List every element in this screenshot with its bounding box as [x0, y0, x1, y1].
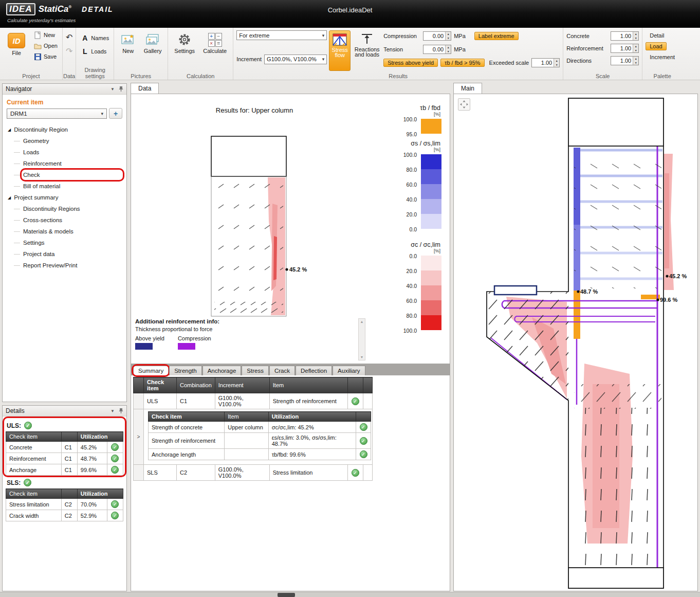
table-row[interactable]: Anchorage length τb/fbd: 99.6% ✓ — [149, 449, 371, 460]
for-extreme-select[interactable]: For extreme ▾ — [236, 30, 327, 40]
current-item-label: Current item — [3, 95, 126, 108]
label-extreme-toggle[interactable]: Label extreme — [474, 32, 519, 40]
nav-item-discontinuity-regions[interactable]: Discontinuity Regions — [3, 203, 126, 214]
nav-item-geometry[interactable]: Geometry — [3, 135, 126, 147]
scale-concrete-input[interactable]: 1.00 ▲▼ — [611, 31, 639, 41]
spinner-up-icon[interactable]: ▲ — [633, 32, 638, 36]
spinner-down-icon[interactable]: ▼ — [446, 36, 451, 40]
increment-select[interactable]: G100.0%, V100.0% ▾ — [264, 55, 327, 64]
nav-item-bill-of-material[interactable]: Bill of material — [3, 180, 126, 192]
check-ok-icon: ✓ — [111, 512, 119, 519]
open-project-button[interactable]: Open — [32, 41, 59, 50]
spinner-up-icon[interactable]: ▲ — [446, 32, 451, 36]
palette-increment-button[interactable]: Increment — [646, 53, 679, 61]
table-row-uls[interactable]: ULS C1 G100.0%, V100.0% Strength of rein… — [134, 393, 373, 409]
scroll-down-icon[interactable]: ▼ — [360, 355, 364, 359]
pin-icon[interactable] — [119, 86, 123, 92]
scale-reinforcement-label: Reinforcement — [566, 45, 607, 51]
scroll-up-icon[interactable]: ▲ — [360, 320, 364, 323]
check-ok-icon: ✓ — [360, 450, 367, 458]
tab-stress[interactable]: Stress — [242, 366, 269, 375]
details-panel: Details ▼ ULS: ✓ Check item Utilization — [2, 405, 127, 591]
tab-crack[interactable]: Crack — [269, 366, 295, 375]
spinner-down-icon[interactable]: ▼ — [633, 61, 638, 65]
nav-item-project-data[interactable]: Project data — [3, 248, 126, 260]
ribbon: ID File New Open — [0, 28, 700, 80]
check-ok-icon: ✓ — [111, 455, 119, 462]
spinner-down-icon[interactable]: ▼ — [633, 36, 638, 40]
ribbon-group-results: For extreme ▾ Increment G100.0%, V100.0%… — [233, 28, 563, 80]
expanded-triangle-icon: ◢ — [8, 128, 11, 132]
row-expander[interactable]: > — [134, 409, 144, 465]
tension-input[interactable]: 0.00 ▲ ▼ — [423, 45, 451, 54]
tab-main[interactable]: Main — [453, 83, 482, 94]
table-row[interactable]: Strength of concrete Upper column σc/σc,… — [149, 422, 371, 433]
loads-toggle[interactable]: L Loads — [79, 47, 110, 56]
chevron-down-icon[interactable]: ▼ — [110, 409, 115, 413]
nav-item-report-preview[interactable]: Report Preview/Print — [3, 260, 126, 271]
nav-item-loads[interactable]: Loads — [3, 147, 126, 158]
nav-item-check[interactable]: Check — [3, 169, 126, 180]
current-item-select[interactable]: DRM1 ▾ — [7, 108, 107, 119]
exceeded-scale-input[interactable]: 1.00 ▲ ▼ — [531, 58, 560, 67]
reactions-loads-button[interactable]: Reactions and loads — [353, 30, 381, 71]
stress-above-yield-toggle[interactable]: Stress above yield — [383, 59, 438, 67]
corbel-structure-drawing: 45.2 % 48.7 % 99.6 % — [455, 96, 696, 590]
check-ok-icon: ✓ — [111, 443, 119, 451]
nav-item-materials-models[interactable]: Materials & models — [3, 226, 126, 237]
nav-item-reinforcement[interactable]: Reinforcement — [3, 158, 126, 169]
tb-fbd-toggle[interactable]: τb / fbd > 95% — [440, 59, 484, 67]
document-title: Corbel.ideaDet — [0, 6, 700, 14]
spinner-down-icon[interactable]: ▼ — [633, 48, 638, 52]
nav-item-settings[interactable]: Settings — [3, 237, 126, 248]
palette-load-toggle[interactable]: Load — [646, 42, 666, 50]
redo-icon[interactable]: ↷ — [66, 46, 72, 56]
tab-auxiliary[interactable]: Auxiliary — [333, 366, 365, 375]
nav-group-discontinuity-region[interactable]: ◢ Discontinuity Region — [3, 124, 126, 135]
table-row[interactable]: Stress limitation C2 70.0% ✓ — [6, 499, 123, 510]
undo-icon[interactable]: ↶ — [66, 32, 72, 42]
gallery-button[interactable]: Gallery — [141, 30, 164, 71]
tab-summary[interactable]: Summary — [133, 366, 169, 375]
tab-deflection[interactable]: Deflection — [296, 366, 332, 375]
concrete-utilization-label: 45.2 % — [289, 266, 307, 273]
table-row[interactable]: Reinforcement C1 48.7% ✓ — [6, 453, 123, 464]
chevron-down-icon[interactable]: ▼ — [110, 87, 115, 92]
spinner-up-icon[interactable]: ▲ — [633, 44, 638, 48]
table-row[interactable]: Anchorage C1 99.6% ✓ — [6, 464, 123, 476]
nav-group-project-summary[interactable]: ◢ Project summary — [3, 192, 126, 203]
table-row[interactable]: Strength of reinforcement εs/εs,lim: 3.0… — [149, 433, 371, 449]
tab-anchorage[interactable]: Anchorage — [202, 366, 242, 375]
main-panel: 45.2 % 48.7 % 99.6 % — [453, 94, 698, 591]
tagline: Calculate yesterday's estimates — [7, 17, 76, 23]
tab-strength[interactable]: Strength — [169, 366, 201, 375]
spinner-up-icon[interactable]: ▲ — [633, 57, 638, 61]
scale-directions-input[interactable]: 1.00 ▲▼ — [611, 56, 639, 65]
stress-flow-toggle[interactable]: Stress flow — [329, 30, 351, 71]
save-button[interactable]: Save — [32, 52, 59, 61]
names-toggle[interactable]: A Names — [79, 33, 110, 43]
settings-button[interactable]: Settings — [171, 30, 198, 71]
file-button[interactable]: ID File — [3, 30, 30, 71]
new-picture-button[interactable]: New — [117, 30, 139, 71]
horizontal-scrollbar-thumb[interactable] — [278, 593, 295, 597]
add-region-button[interactable]: + — [109, 108, 122, 119]
spinner-down-icon[interactable]: ▼ — [554, 63, 559, 67]
calculate-button[interactable]: + − × = Calculate — [200, 30, 230, 71]
spinner-up-icon[interactable]: ▲ — [446, 45, 451, 49]
scale-reinforcement-input[interactable]: 1.00 ▲▼ — [611, 44, 639, 53]
compression-input[interactable]: 0.00 ▲ ▼ — [423, 31, 451, 41]
vertical-scrollbar[interactable]: ▲ ▼ — [358, 318, 365, 360]
new-project-button[interactable]: New — [32, 30, 59, 40]
spinner-down-icon[interactable]: ▼ — [446, 49, 451, 53]
pin-icon[interactable] — [119, 408, 123, 414]
nav-item-cross-sections[interactable]: Cross-sections — [3, 214, 126, 226]
spinner-up-icon[interactable]: ▲ — [554, 59, 559, 63]
table-row[interactable]: Concrete C1 45.2% ✓ — [6, 442, 123, 453]
table-row-sls[interactable]: SLS C2 G100.0%, V100.0% Stress limitatio… — [134, 465, 373, 481]
table-row[interactable]: Crack width C2 52.9% ✓ — [6, 510, 123, 521]
tab-data[interactable]: Data — [131, 83, 159, 94]
nested-check-table: Check item Item Utilization Strength of … — [148, 411, 371, 460]
check-ok-icon: ✓ — [360, 423, 367, 431]
palette-detail-button[interactable]: Detail — [646, 31, 679, 40]
